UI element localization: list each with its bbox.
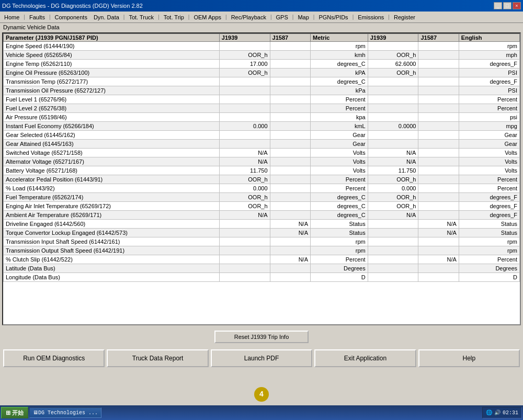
table-row: Transmission Input Shaft Speed (61442/16… xyxy=(4,237,520,246)
table-cell: Gear Attained (61445/163) xyxy=(4,140,220,149)
menu-components[interactable]: Components xyxy=(52,13,90,21)
table-cell: Vehicle Speed (65265/84) xyxy=(4,51,220,60)
table-cell xyxy=(418,211,459,220)
table-cell xyxy=(368,86,418,95)
maximize-button[interactable]: □ xyxy=(503,2,511,9)
table-cell xyxy=(219,264,270,273)
menu-tot-truck[interactable]: Tot. Truck xyxy=(126,13,157,21)
menu-faults[interactable]: Faults xyxy=(26,13,48,21)
table-cell: Percent xyxy=(459,184,519,193)
menu-pgns-pids[interactable]: PGNs/PIDs xyxy=(315,13,351,21)
table-cell xyxy=(418,140,459,149)
table-cell xyxy=(219,246,270,255)
table-cell: N/A xyxy=(219,149,270,157)
taskbar-items: 🖥 DG Technologies ... xyxy=(29,407,481,418)
table-cell xyxy=(270,237,310,246)
menu-tot-trip[interactable]: Tot. Trip xyxy=(161,13,187,21)
table-cell: 0.000 xyxy=(368,184,418,193)
data-table: Parameter (J1939 PGN/J1587 PID) J1939 J1… xyxy=(3,33,520,282)
table-row: Torque Convertor Lockup Engaged (61442/5… xyxy=(4,229,520,237)
table-cell xyxy=(270,131,310,140)
table-cell: D xyxy=(459,273,519,282)
table-cell xyxy=(270,104,310,113)
table-cell: PSI xyxy=(459,86,519,95)
table-row: Alternator Voltage (65271/167)N/AVoltsN/… xyxy=(4,157,520,166)
table-cell xyxy=(418,202,459,211)
table-cell xyxy=(418,104,459,113)
table-row: Switched Voltage (65271/158)N/AVoltsN/AV… xyxy=(4,149,520,157)
table-cell: degrees_F xyxy=(459,193,519,202)
table-cell: Accelerator Pedal Position (61443/91) xyxy=(4,175,220,184)
menu-gps[interactable]: GPS xyxy=(273,13,291,21)
table-cell xyxy=(418,193,459,202)
table-cell: Percent xyxy=(311,95,368,104)
table-cell xyxy=(368,42,418,51)
table-cell xyxy=(270,77,310,86)
table-cell xyxy=(219,220,270,229)
taskbar-item-dg[interactable]: 🖥 DG Technologies ... xyxy=(29,407,101,418)
table-cell: OOR_h xyxy=(368,175,418,184)
table-cell xyxy=(219,229,270,237)
start-button[interactable]: ⊞ 开始 xyxy=(1,407,28,418)
table-cell: 11.750 xyxy=(219,166,270,175)
table-cell: OOR_h xyxy=(219,69,270,77)
table-cell xyxy=(270,113,310,122)
table-cell: Percent xyxy=(311,255,368,264)
table-cell: degrees_C xyxy=(311,60,368,69)
reset-button[interactable]: Reset J1939 Trip Info xyxy=(214,331,309,343)
col-header-j1587b: J1587 xyxy=(418,34,459,42)
window-title: DG Technologies - DG Diagnostics (DGD) V… xyxy=(2,3,143,9)
table-cell: OOR_h xyxy=(219,175,270,184)
table-cell xyxy=(368,77,418,86)
data-scroll-area[interactable]: Parameter (J1939 PGN/J1587 PID) J1939 J1… xyxy=(3,33,520,324)
menu-dyn-data[interactable]: Dyn. Data xyxy=(90,13,122,21)
col-header-j1587: J1587 xyxy=(270,34,310,42)
table-body: Engine Speed (61444/190)rpmrpmVehicle Sp… xyxy=(4,42,520,282)
close-button[interactable]: × xyxy=(513,2,521,9)
menu-register[interactable]: Register xyxy=(391,13,418,21)
table-row: Battery Voltage (65271/168)11.750Volts11… xyxy=(4,166,520,175)
table-cell xyxy=(418,149,459,157)
menu-map[interactable]: Map xyxy=(294,13,312,21)
table-cell xyxy=(418,273,459,282)
table-cell: Degrees xyxy=(311,264,368,273)
table-cell xyxy=(270,166,310,175)
menu-oem-apps[interactable]: OEM Apps xyxy=(190,13,224,21)
table-cell: Percent xyxy=(459,175,519,184)
run-oem-button[interactable]: Run OEM Diagnostics xyxy=(3,349,105,367)
table-cell: N/A xyxy=(418,229,459,237)
table-cell xyxy=(418,131,459,140)
table-row: Transmission Temp (65272/177)degrees_Cde… xyxy=(4,77,520,86)
table-cell xyxy=(270,42,310,51)
table-cell: degrees_F xyxy=(459,202,519,211)
table-cell: Transmission Oil Pressure (65272/127) xyxy=(4,86,220,95)
table-cell xyxy=(219,113,270,122)
table-row: Instant Fuel Economy (65266/184)0.000kmL… xyxy=(4,122,520,131)
table-cell xyxy=(270,60,310,69)
page-indicator: 4 xyxy=(254,387,269,402)
menu-rec-playback[interactable]: Rec/Playback xyxy=(228,13,269,21)
table-row: Engine Speed (61444/190)rpmrpm xyxy=(4,42,520,51)
launch-pdf-button[interactable]: Launch PDF xyxy=(211,349,312,367)
table-row: Fuel Temperature (65262/174)OOR_hdegrees… xyxy=(4,193,520,202)
table-row: Driveline Engaged (61442/560)N/AStatusN/… xyxy=(4,220,520,229)
table-cell xyxy=(418,95,459,104)
exit-app-button[interactable]: Exit Application xyxy=(314,349,416,367)
help-button[interactable]: Help xyxy=(418,349,520,367)
table-cell: Enging Air Inlet Temperature (65269/172) xyxy=(4,202,220,211)
table-cell xyxy=(418,264,459,273)
menu-home[interactable]: Home xyxy=(1,13,22,21)
table-cell: N/A xyxy=(270,220,310,229)
table-cell xyxy=(219,237,270,246)
minimize-button[interactable]: _ xyxy=(494,2,502,9)
table-cell: Percent xyxy=(311,175,368,184)
table-cell: rpm xyxy=(311,42,368,51)
menu-bar: Home | Faults | Components Dyn. Data | T… xyxy=(0,12,523,23)
table-cell: rpm xyxy=(459,237,519,246)
truck-data-button[interactable]: Truck Data Report xyxy=(107,349,208,367)
table-cell: N/A xyxy=(219,157,270,166)
table-cell: Ambient Air Temperature (65269/171) xyxy=(4,211,220,220)
table-cell: Gear xyxy=(311,131,368,140)
menu-emissions[interactable]: Emissions xyxy=(355,13,387,21)
table-cell: Volts xyxy=(311,157,368,166)
